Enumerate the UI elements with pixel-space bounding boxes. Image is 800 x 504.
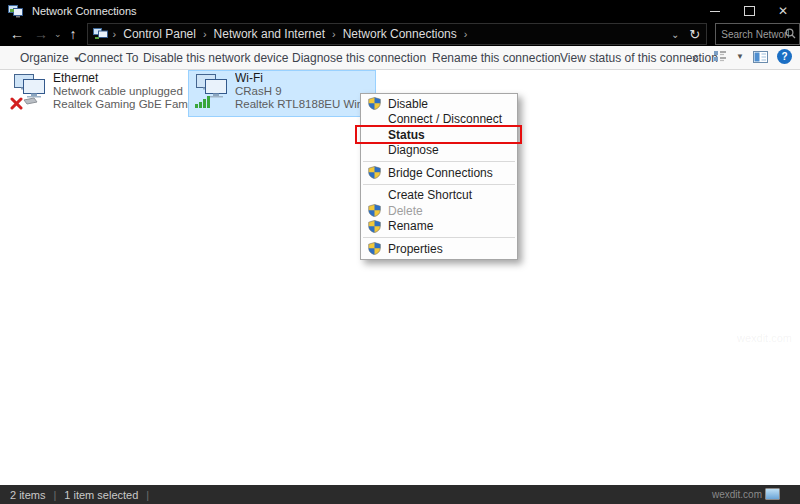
preview-pane-icon[interactable]	[753, 51, 768, 63]
breadcrumb-separator: ›	[464, 28, 468, 40]
breadcrumb-control-panel[interactable]: Control Panel	[123, 27, 196, 41]
connection-status: Network cable unplugged	[53, 85, 188, 98]
wifi-connected-icon	[192, 73, 230, 111]
maximize-button[interactable]	[732, 0, 766, 22]
connection-device: Realtek Gaming GbE Family Contr...	[53, 98, 188, 111]
search-input[interactable]	[719, 28, 791, 41]
uac-shield-icon	[361, 97, 388, 110]
faint-watermark: wexdit.com	[737, 332, 792, 344]
connection-device: Realtek RTL8188EU Wireless LAN 8...	[235, 98, 372, 111]
ethernet-disconnected-icon	[10, 73, 48, 111]
view-dropdown-chevron-icon[interactable]: ▼	[736, 52, 744, 61]
status-highlight-annotation	[355, 125, 522, 144]
menu-item-disable[interactable]: Disable	[361, 96, 517, 112]
status-bar: 2 items | 1 item selected | wexdit.com	[0, 485, 800, 504]
context-menu: Disable Connect / Disconnect Status Diag…	[360, 93, 518, 260]
address-bar: ← → ⌄ ↑ › Control Panel › Network and In…	[0, 22, 800, 47]
connection-item-ethernet[interactable]: Ethernet Network cable unplugged Realtek…	[6, 70, 192, 117]
app-icon	[8, 5, 23, 18]
address-field[interactable]: › Control Panel › Network and Internet ›…	[87, 23, 708, 45]
change-view-icon[interactable]	[713, 50, 727, 63]
status-separator: |	[53, 489, 56, 501]
connection-status: CRasH 9	[235, 85, 372, 98]
toolbar-overflow-chevron-icon[interactable]: »	[692, 51, 699, 65]
menu-separator	[363, 184, 515, 185]
back-icon[interactable]: ←	[10, 27, 24, 41]
search-box[interactable]	[715, 23, 800, 45]
menu-item-rename[interactable]: Rename	[361, 219, 517, 235]
help-icon[interactable]: ?	[777, 49, 792, 64]
close-button[interactable]: ✕	[766, 0, 800, 22]
menu-item-properties[interactable]: Properties	[361, 241, 517, 257]
connect-to-button[interactable]: Connect To	[78, 51, 139, 65]
menu-item-delete[interactable]: Delete	[361, 203, 517, 219]
status-separator: |	[146, 489, 149, 501]
nav-history-chevron-icon[interactable]: ⌄	[54, 29, 62, 39]
menu-item-diagnose[interactable]: Diagnose	[361, 143, 517, 159]
network-connections-window: Network Connections ✕ ← → ⌄ ↑ › Control …	[0, 0, 800, 504]
connection-name: Ethernet	[53, 72, 188, 85]
forward-icon[interactable]: →	[34, 27, 48, 41]
title-bar: Network Connections ✕	[0, 0, 800, 22]
rename-connection-button[interactable]: Rename this connection	[432, 51, 561, 65]
network-folder-icon	[93, 28, 108, 40]
menu-separator	[363, 237, 515, 238]
address-dropdown-icon[interactable]: ⌄	[671, 29, 679, 40]
uac-shield-icon	[361, 166, 388, 179]
breadcrumb-separator: ›	[203, 28, 207, 40]
connection-name: Wi-Fi	[235, 72, 372, 85]
connection-item-wifi[interactable]: Wi-Fi CRasH 9 Realtek RTL8188EU Wireless…	[188, 70, 376, 117]
up-icon[interactable]: ↑	[70, 27, 77, 41]
watermark: wexdit.com	[712, 488, 780, 500]
menu-item-bridge-connections[interactable]: Bridge Connections	[361, 165, 517, 181]
breadcrumb-network-and-internet[interactable]: Network and Internet	[214, 27, 325, 41]
disable-device-button[interactable]: Disable this network device	[143, 51, 288, 65]
menu-item-create-shortcut[interactable]: Create Shortcut	[361, 188, 517, 204]
watermark-logo-icon	[765, 488, 780, 500]
window-title: Network Connections	[32, 5, 137, 17]
uac-shield-icon	[361, 204, 388, 217]
breadcrumb-network-connections[interactable]: Network Connections	[343, 27, 457, 41]
selected-count: 1 item selected	[64, 489, 138, 501]
refresh-icon[interactable]: ↻	[689, 27, 700, 42]
diagnose-connection-button[interactable]: Diagnose this connection	[292, 51, 426, 65]
breadcrumb-separator: ›	[113, 28, 117, 40]
command-bar: Organize▼ Connect To Disable this networ…	[0, 46, 800, 70]
breadcrumb-separator: ›	[332, 28, 336, 40]
menu-separator	[363, 161, 515, 162]
items-count: 2 items	[10, 489, 45, 501]
uac-shield-icon	[361, 242, 388, 255]
organize-button[interactable]: Organize▼	[20, 51, 81, 65]
minimize-button[interactable]	[698, 0, 732, 22]
search-icon	[785, 28, 796, 39]
uac-shield-icon	[361, 220, 388, 233]
